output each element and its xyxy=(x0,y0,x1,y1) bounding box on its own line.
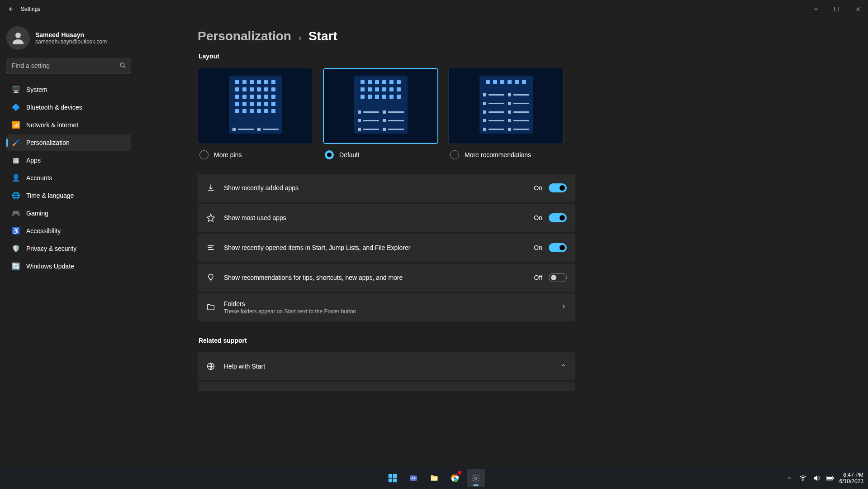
chevron-right-icon xyxy=(560,303,567,312)
toggle-switch[interactable] xyxy=(549,243,567,252)
layout-preview[interactable] xyxy=(198,68,313,144)
layout-radio[interactable]: Default xyxy=(323,150,438,159)
sidebar-item-privacy-security[interactable]: 🛡️Privacy & security xyxy=(6,240,131,257)
setting-row: Show recently added apps On xyxy=(198,174,575,202)
taskbar-copilot[interactable] xyxy=(404,469,422,487)
nav-label: System xyxy=(26,86,47,93)
sidebar-item-apps[interactable]: ▦Apps xyxy=(6,152,131,168)
notification-badge-icon xyxy=(458,471,461,475)
toggle-state-label: On xyxy=(534,244,542,251)
nav-icon: 🔷 xyxy=(12,103,20,111)
folders-row[interactable]: Folders These folders appear on Start ne… xyxy=(198,293,575,321)
tray-chevron-icon[interactable] xyxy=(785,474,793,482)
minimize-button[interactable] xyxy=(806,0,826,18)
nav-label: Gaming xyxy=(26,210,48,217)
layout-option-more-pins[interactable]: More pins xyxy=(198,68,313,159)
section-layout-heading: Layout xyxy=(199,53,850,60)
sidebar-item-time-language[interactable]: 🌐Time & language xyxy=(6,187,131,204)
list-icon xyxy=(206,243,216,252)
taskbar-file-explorer[interactable] xyxy=(425,469,443,487)
svg-rect-15 xyxy=(410,475,417,481)
svg-line-6 xyxy=(123,66,125,68)
sidebar-item-windows-update[interactable]: 🔄Windows Update xyxy=(6,258,131,274)
maximize-button[interactable] xyxy=(826,0,847,18)
svg-rect-25 xyxy=(833,477,834,479)
wifi-icon[interactable] xyxy=(799,474,807,482)
avatar xyxy=(6,26,30,50)
layout-preview[interactable] xyxy=(323,68,438,144)
toggle-switch[interactable] xyxy=(549,213,567,222)
setting-row: Show most used apps On xyxy=(198,204,575,232)
layout-radio[interactable]: More pins xyxy=(198,150,313,159)
sidebar-item-accessibility[interactable]: ♿Accessibility xyxy=(6,223,131,239)
nav-icon: 🌐 xyxy=(12,192,20,200)
layout-preview[interactable] xyxy=(448,68,564,144)
sidebar-item-system[interactable]: 🖥️System xyxy=(6,82,131,98)
sidebar-item-bluetooth-devices[interactable]: 🔷Bluetooth & devices xyxy=(6,99,131,115)
layout-option-default[interactable]: Default xyxy=(323,68,438,159)
svg-rect-18 xyxy=(431,477,437,481)
sidebar-item-gaming[interactable]: 🎮Gaming xyxy=(6,205,131,221)
nav-icon: 🛡️ xyxy=(12,244,20,253)
taskbar-chrome[interactable] xyxy=(446,469,464,487)
layout-radio-label: More pins xyxy=(214,151,242,158)
back-button[interactable] xyxy=(5,2,18,16)
layout-radio-label: Default xyxy=(339,151,359,158)
profile-email: sameedhusayn@outlook.com xyxy=(35,38,107,45)
search-input[interactable] xyxy=(6,58,131,73)
nav-label: Privacy & security xyxy=(26,245,76,252)
sidebar: Sameed Husayn sameedhusayn@outlook.com 🖥… xyxy=(0,18,137,467)
chevron-right-icon: › xyxy=(299,33,301,43)
start-button[interactable] xyxy=(384,469,402,487)
volume-icon[interactable] xyxy=(812,474,821,482)
svg-point-5 xyxy=(120,63,124,67)
battery-icon[interactable] xyxy=(826,474,834,482)
sidebar-item-personalization[interactable]: 🖌️Personalization xyxy=(6,134,131,151)
nav-icon: ▦ xyxy=(12,156,20,164)
nav-label: Bluetooth & devices xyxy=(26,104,82,111)
close-button[interactable] xyxy=(847,0,868,18)
nav-icon: 👤 xyxy=(12,174,20,182)
svg-rect-13 xyxy=(388,479,392,482)
svg-rect-24 xyxy=(827,477,832,479)
profile-name: Sameed Husayn xyxy=(35,31,107,38)
profile-block[interactable]: Sameed Husayn sameedhusayn@outlook.com xyxy=(6,22,131,58)
setting-label: Show most used apps xyxy=(224,214,534,221)
section-related-heading: Related support xyxy=(199,337,850,344)
download-icon xyxy=(206,183,216,192)
toggle-switch[interactable] xyxy=(549,183,567,192)
layout-radio-label: More recommendations xyxy=(465,151,531,158)
sidebar-item-network-internet[interactable]: 📶Network & internet xyxy=(6,117,131,133)
svg-point-16 xyxy=(411,477,413,479)
help-with-start-label: Help with Start xyxy=(224,363,560,370)
layout-option-more-recommendations[interactable]: More recommendations xyxy=(448,68,564,159)
setting-label: Show recently opened items in Start, Jum… xyxy=(224,244,534,251)
title-bar: Settings xyxy=(0,0,868,18)
nav-label: Personalization xyxy=(26,139,70,146)
star-icon xyxy=(206,213,216,222)
setting-label: Show recently added apps xyxy=(224,184,534,192)
layout-radio[interactable]: More recommendations xyxy=(448,150,564,159)
folders-subtitle: These folders appear on Start next to th… xyxy=(224,308,560,315)
help-expanded-stub xyxy=(198,382,575,391)
setting-label: Show recommendations for tips, shortcuts… xyxy=(224,274,534,281)
breadcrumb-parent[interactable]: Personalization xyxy=(198,29,291,43)
nav-label: Accessibility xyxy=(26,227,61,235)
nav-icon: 🎮 xyxy=(12,209,20,217)
taskbar: 6:47 PM 6/10/2023 xyxy=(0,467,868,489)
folder-icon xyxy=(206,303,216,312)
nav-label: Apps xyxy=(26,157,41,164)
taskbar-settings[interactable] xyxy=(467,469,485,487)
svg-rect-11 xyxy=(388,474,392,478)
breadcrumb: Personalization › Start xyxy=(198,29,850,43)
page-title: Start xyxy=(308,29,337,43)
sidebar-item-accounts[interactable]: 👤Accounts xyxy=(6,170,131,186)
taskbar-clock[interactable]: 6:47 PM 6/10/2023 xyxy=(840,472,863,485)
help-with-start-row[interactable]: Help with Start xyxy=(198,352,575,380)
nav-label: Network & internet xyxy=(26,121,78,129)
window-title: Settings xyxy=(21,6,40,12)
toggle-switch[interactable] xyxy=(549,273,567,282)
nav-label: Accounts xyxy=(26,174,52,182)
svg-rect-1 xyxy=(835,7,839,11)
nav-icon: 📶 xyxy=(12,121,20,129)
